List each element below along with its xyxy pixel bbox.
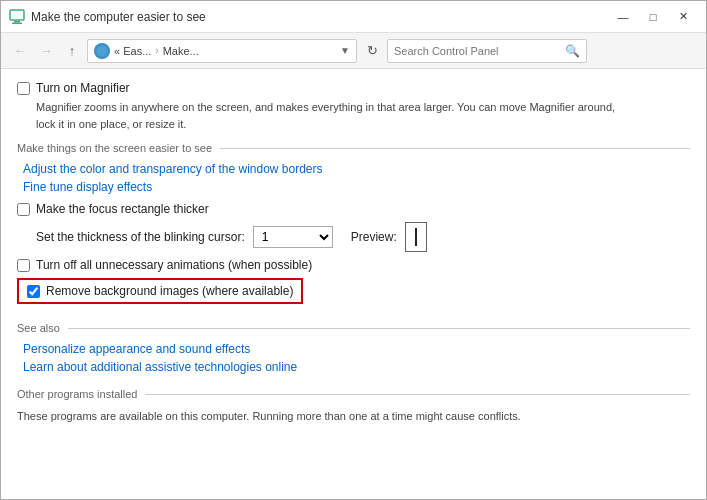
personalize-link[interactable]: Personalize appearance and sound effects xyxy=(23,342,690,356)
up-button[interactable]: ↑ xyxy=(61,40,83,62)
see-also-line xyxy=(68,328,690,329)
make-things-label: Make things on the screen easier to see xyxy=(17,142,212,154)
bg-images-container: Remove background images (where availabl… xyxy=(17,278,690,308)
magnifier-checkbox-row: Turn on Magnifier xyxy=(17,81,690,95)
cursor-thickness-label: Set the thickness of the blinking cursor… xyxy=(36,230,245,244)
cursor-thickness-select[interactable]: 1 2 3 4 5 xyxy=(253,226,333,248)
focus-rect-checkbox[interactable] xyxy=(17,203,30,216)
see-also-label: See also xyxy=(17,322,60,334)
animations-checkbox[interactable] xyxy=(17,259,30,272)
title-bar: Make the computer easier to see — □ ✕ xyxy=(1,1,706,33)
preview-cursor xyxy=(405,222,427,252)
bg-images-highlight-box: Remove background images (where availabl… xyxy=(17,278,303,304)
minimize-button[interactable]: — xyxy=(608,7,638,27)
adjust-color-link[interactable]: Adjust the color and transparency of the… xyxy=(23,162,690,176)
breadcrumb-dropdown-icon[interactable]: ▼ xyxy=(340,45,350,56)
svg-rect-2 xyxy=(12,22,22,24)
breadcrumb-current: Make... xyxy=(163,45,199,57)
bg-images-checkbox[interactable] xyxy=(27,285,40,298)
focus-rect-label[interactable]: Make the focus rectangle thicker xyxy=(36,202,209,216)
title-bar-left: Make the computer easier to see xyxy=(9,9,206,25)
search-input[interactable] xyxy=(394,45,565,57)
preview-label: Preview: xyxy=(351,230,397,244)
other-programs-heading: Other programs installed xyxy=(17,388,137,400)
breadcrumb-prefix: « Eas... xyxy=(114,45,151,57)
make-things-divider: Make things on the screen easier to see xyxy=(17,142,690,154)
animations-row: Turn off all unnecessary animations (whe… xyxy=(17,258,690,272)
search-icon: 🔍 xyxy=(565,44,580,58)
other-programs-divider: Other programs installed xyxy=(17,388,690,400)
breadcrumb[interactable]: « Eas... › Make... ▼ xyxy=(87,39,357,63)
main-window: Make the computer easier to see — □ ✕ ← … xyxy=(0,0,707,500)
nav-bar: ← → ↑ « Eas... › Make... ▼ ↻ 🔍 xyxy=(1,33,706,69)
other-programs-description: These programs are available on this com… xyxy=(17,408,597,425)
magnifier-section: Turn on Magnifier Magnifier zooms in any… xyxy=(17,81,690,132)
divider-line xyxy=(220,148,690,149)
magnifier-description: Magnifier zooms in anywhere on the scree… xyxy=(36,99,616,132)
animations-label[interactable]: Turn off all unnecessary animations (whe… xyxy=(36,258,312,272)
close-button[interactable]: ✕ xyxy=(668,7,698,27)
bg-images-label[interactable]: Remove background images (where availabl… xyxy=(46,284,293,298)
window-icon xyxy=(9,9,25,25)
refresh-button[interactable]: ↻ xyxy=(361,40,383,62)
content-area: Turn on Magnifier Magnifier zooms in any… xyxy=(1,69,706,499)
see-also-divider: See also xyxy=(17,322,690,334)
window-title: Make the computer easier to see xyxy=(31,10,206,24)
maximize-button[interactable]: □ xyxy=(638,7,668,27)
cursor-thickness-row: Set the thickness of the blinking cursor… xyxy=(36,222,690,252)
forward-button[interactable]: → xyxy=(35,40,57,62)
cursor-preview-bar xyxy=(415,228,417,246)
assistive-tech-link[interactable]: Learn about additional assistive technol… xyxy=(23,360,690,374)
other-programs-line xyxy=(145,394,690,395)
fine-tune-link[interactable]: Fine tune display effects xyxy=(23,180,690,194)
svg-rect-0 xyxy=(10,10,24,20)
breadcrumb-separator: › xyxy=(155,45,158,56)
globe-icon xyxy=(94,43,110,59)
title-bar-controls: — □ ✕ xyxy=(608,7,698,27)
back-button[interactable]: ← xyxy=(9,40,31,62)
search-bar: 🔍 xyxy=(387,39,587,63)
svg-rect-1 xyxy=(14,21,20,23)
magnifier-checkbox[interactable] xyxy=(17,82,30,95)
magnifier-label[interactable]: Turn on Magnifier xyxy=(36,81,130,95)
focus-rect-row: Make the focus rectangle thicker xyxy=(17,202,690,216)
